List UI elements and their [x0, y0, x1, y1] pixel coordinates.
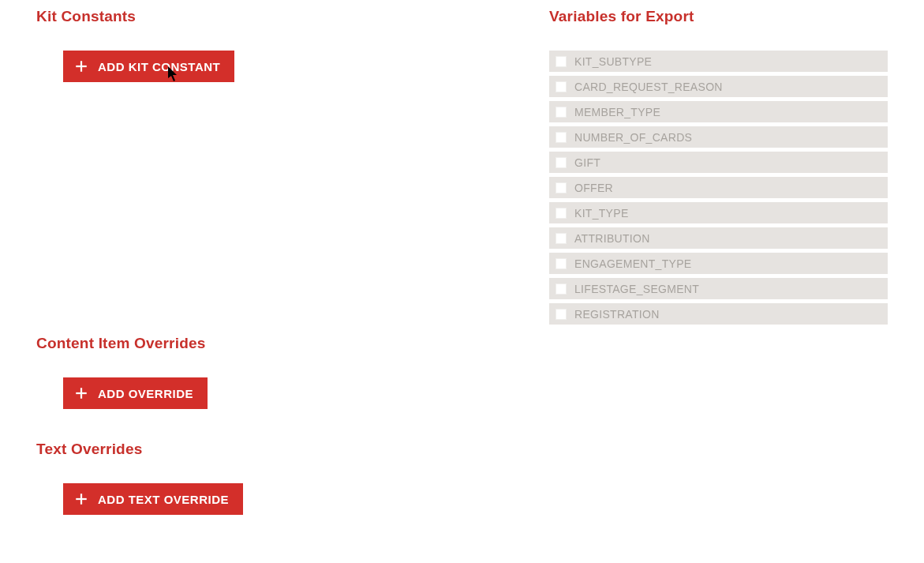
variable-row[interactable]: KIT_SUBTYPE	[549, 51, 888, 72]
add-text-override-label: ADD TEXT OVERRIDE	[98, 493, 229, 506]
variable-checkbox[interactable]	[556, 233, 567, 244]
variable-row[interactable]: NUMBER_OF_CARDS	[549, 126, 888, 148]
variable-label: CARD_REQUEST_REASON	[574, 81, 723, 93]
plus-icon	[74, 386, 88, 400]
variables-for-export-section: Variables for Export KIT_SUBTYPECARD_REQ…	[549, 8, 888, 325]
plus-icon	[74, 492, 88, 506]
variable-checkbox[interactable]	[556, 81, 567, 92]
variable-checkbox[interactable]	[556, 309, 567, 320]
variables-for-export-heading: Variables for Export	[549, 8, 888, 25]
variable-row[interactable]: ATTRIBUTION	[549, 227, 888, 249]
variable-checkbox[interactable]	[556, 182, 567, 193]
variable-row[interactable]: REGISTRATION	[549, 303, 888, 325]
variable-row[interactable]: LIFESTAGE_SEGMENT	[549, 278, 888, 299]
add-override-button[interactable]: ADD OVERRIDE	[63, 377, 208, 409]
variable-row[interactable]: OFFER	[549, 177, 888, 198]
add-kit-constant-button[interactable]: ADD KIT CONSTANT	[63, 51, 234, 82]
text-overrides-section: Text Overrides ADD TEXT OVERRIDE	[36, 441, 518, 515]
variable-checkbox[interactable]	[556, 56, 567, 67]
text-overrides-heading: Text Overrides	[36, 441, 518, 458]
add-override-label: ADD OVERRIDE	[98, 387, 193, 400]
variables-list: KIT_SUBTYPECARD_REQUEST_REASONMEMBER_TYP…	[549, 51, 888, 325]
plus-icon	[74, 59, 88, 73]
variable-row[interactable]: CARD_REQUEST_REASON	[549, 76, 888, 97]
kit-constants-heading: Kit Constants	[36, 8, 518, 25]
kit-constants-section: Kit Constants ADD KIT CONSTANT	[36, 8, 518, 82]
variable-label: GIFT	[574, 156, 600, 169]
variable-checkbox[interactable]	[556, 258, 567, 269]
add-kit-constant-label: ADD KIT CONSTANT	[98, 60, 220, 73]
variable-checkbox[interactable]	[556, 107, 567, 118]
variable-checkbox[interactable]	[556, 283, 567, 295]
variable-label: MEMBER_TYPE	[574, 106, 660, 118]
variable-label: ENGAGEMENT_TYPE	[574, 257, 691, 270]
variable-label: KIT_SUBTYPE	[574, 55, 652, 68]
content-item-overrides-section: Content Item Overrides ADD OVERRIDE	[36, 335, 518, 409]
variable-row[interactable]: GIFT	[549, 152, 888, 173]
variable-label: KIT_TYPE	[574, 207, 629, 220]
variable-checkbox[interactable]	[556, 208, 567, 219]
variable-label: ATTRIBUTION	[574, 232, 650, 245]
variable-label: LIFESTAGE_SEGMENT	[574, 283, 699, 295]
content-item-overrides-heading: Content Item Overrides	[36, 335, 518, 352]
variable-checkbox[interactable]	[556, 132, 567, 143]
add-text-override-button[interactable]: ADD TEXT OVERRIDE	[63, 483, 243, 515]
variable-checkbox[interactable]	[556, 157, 567, 168]
variable-row[interactable]: ENGAGEMENT_TYPE	[549, 253, 888, 274]
variable-label: NUMBER_OF_CARDS	[574, 131, 692, 144]
variable-label: REGISTRATION	[574, 308, 660, 321]
variable-row[interactable]: KIT_TYPE	[549, 202, 888, 223]
variable-label: OFFER	[574, 182, 613, 194]
variable-row[interactable]: MEMBER_TYPE	[549, 101, 888, 122]
